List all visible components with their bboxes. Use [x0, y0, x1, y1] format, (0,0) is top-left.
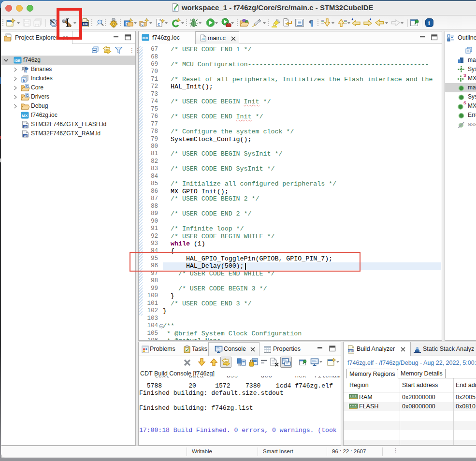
svg-text:LD: LD: [24, 135, 27, 137]
svg-text:c: c: [158, 21, 160, 27]
svg-text:c: c: [142, 23, 144, 26]
svg-text:.c: .c: [202, 36, 205, 41]
svg-text:MX: MX: [143, 36, 149, 40]
svg-text:010: 010: [348, 350, 353, 353]
svg-text:LD: LD: [24, 126, 27, 128]
svg-text:c: c: [173, 8, 175, 12]
svg-text:IDE: IDE: [14, 58, 21, 63]
svg-text:MX: MX: [22, 114, 28, 118]
svg-text:h: h: [23, 78, 25, 83]
svg-text:i: i: [428, 19, 430, 27]
svg-text:C: C: [26, 94, 29, 97]
svg-text:C: C: [26, 85, 29, 88]
svg-text:010: 010: [83, 23, 87, 26]
